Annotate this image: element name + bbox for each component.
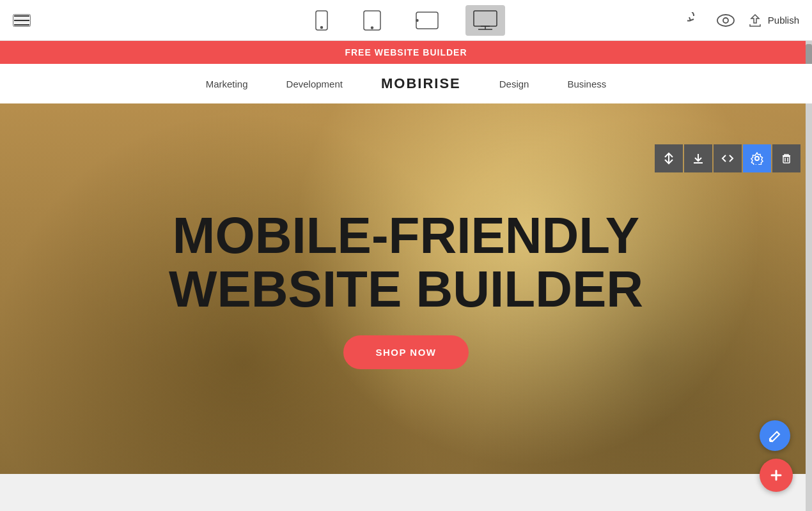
hero-content: MOBILE-FRIENDLY WEBSITE BUILDER SHOP NOW — [169, 209, 643, 369]
top-toolbar: Publish — [0, 0, 812, 41]
toolbar-right: Publish — [687, 12, 812, 29]
svg-rect-4 — [416, 12, 438, 29]
svg-point-10 — [717, 15, 734, 26]
svg-point-1 — [321, 26, 323, 28]
svg-line-17 — [777, 432, 779, 434]
hero-title-line2: WEBSITE BUILDER — [169, 261, 643, 317]
tablet-view-button[interactable] — [355, 5, 389, 36]
scrollbar[interactable] — [806, 41, 812, 511]
publish-button[interactable]: Publish — [747, 13, 799, 28]
svg-rect-14 — [783, 156, 790, 163]
toolbar-left — [0, 14, 31, 27]
fab-add-button[interactable] — [760, 459, 793, 492]
nav-link-marketing[interactable]: Marketing — [206, 79, 248, 89]
mobile-view-button[interactable] — [307, 5, 336, 36]
nav-link-design[interactable]: Design — [499, 79, 529, 89]
nav-link-development[interactable]: Development — [286, 79, 343, 89]
svg-point-11 — [723, 18, 728, 23]
hero-title-line1: MOBILE-FRIENDLY — [173, 207, 639, 264]
block-delete-button[interactable] — [772, 144, 800, 172]
undo-button[interactable] — [687, 12, 704, 29]
svg-point-13 — [755, 156, 759, 160]
svg-point-3 — [371, 27, 373, 29]
shop-now-button[interactable]: SHOP NOW — [343, 335, 468, 369]
device-switcher — [307, 5, 505, 36]
block-toolbar — [655, 144, 800, 172]
block-download-button[interactable] — [684, 144, 712, 172]
publish-label: Publish — [768, 15, 799, 26]
block-move-button[interactable] — [655, 144, 683, 172]
site-nav: Marketing Development MOBIRISE Design Bu… — [0, 64, 812, 103]
desktop-view-button[interactable] — [465, 5, 505, 36]
svg-rect-6 — [474, 11, 497, 26]
tablet-landscape-button[interactable] — [408, 6, 446, 34]
menu-button[interactable] — [13, 14, 31, 27]
free-banner: FREE WEBSITE BUILDER — [0, 41, 812, 64]
fab-edit-button[interactable] — [760, 420, 790, 451]
nav-link-business[interactable]: Business — [567, 79, 606, 89]
hero-title: MOBILE-FRIENDLY WEBSITE BUILDER — [169, 209, 643, 316]
preview-button[interactable] — [717, 14, 735, 27]
block-settings-button[interactable] — [743, 144, 771, 172]
svg-point-5 — [416, 19, 418, 21]
fab-container — [760, 420, 793, 492]
nav-brand: MOBIRISE — [381, 75, 461, 92]
banner-text: FREE WEBSITE BUILDER — [345, 47, 467, 57]
block-code-button[interactable] — [714, 144, 742, 172]
website-content: FREE WEBSITE BUILDER Marketing Developme… — [0, 41, 812, 511]
